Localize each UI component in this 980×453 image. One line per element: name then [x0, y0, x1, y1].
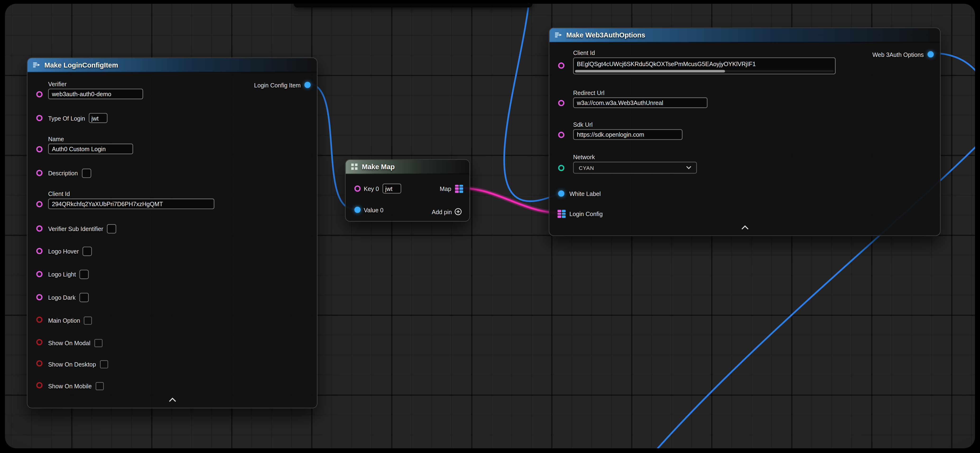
map-output-label: Map: [440, 185, 451, 192]
logo-dark-input[interactable]: [79, 293, 89, 302]
verifier-sub-identifier-input[interactable]: [107, 224, 116, 233]
pin-verifier[interactable]: [36, 91, 43, 97]
logo-light-input[interactable]: [80, 269, 89, 279]
show-on-mobile-checkbox[interactable]: [95, 382, 103, 390]
value-0-row: Value 0: [364, 205, 383, 215]
blueprint-graph-canvas[interactable]: Make LoginConfigItem Login Config Item V…: [5, 4, 975, 448]
pin-network[interactable]: [558, 165, 564, 171]
plus-circle-icon: [454, 208, 462, 215]
login-config-row: Login Config: [570, 209, 603, 219]
redirect-url-input[interactable]: [573, 97, 708, 108]
make-struct-icon: [554, 31, 562, 39]
value-0-label: Value 0: [364, 206, 383, 213]
sdk-url-input[interactable]: [573, 129, 682, 140]
main-option-label: Main Option: [48, 317, 80, 324]
name-group: Name: [48, 136, 133, 154]
network-group: Network CYAN: [573, 154, 697, 173]
scrollbar-thumb[interactable]: [575, 70, 725, 73]
node-make-web3authoptions[interactable]: Make Web3AuthOptions Web 3Auth Options C…: [549, 27, 941, 236]
pin-logo-hover[interactable]: [36, 248, 43, 254]
collapse-chevron-up-icon[interactable]: [169, 398, 176, 402]
collapse-chevron-up-icon[interactable]: [741, 225, 749, 230]
output-pin-label: Login Config Item: [254, 81, 301, 89]
pin-client-id[interactable]: [558, 63, 564, 69]
node-make-loginconfigitem[interactable]: Make LoginConfigItem Login Config Item V…: [27, 57, 317, 408]
make-map-icon: [350, 163, 358, 171]
network-dropdown[interactable]: CYAN: [573, 162, 697, 174]
description-input[interactable]: [81, 168, 91, 178]
logo-light-label: Logo Light: [48, 271, 76, 277]
logo-hover-input[interactable]: [83, 246, 92, 256]
pin-key-0[interactable]: [354, 185, 361, 192]
node-make-map[interactable]: Make Map Key 0 Map Value 0 Add pin: [345, 159, 470, 222]
name-label: Name: [48, 136, 64, 143]
pin-description[interactable]: [36, 170, 43, 176]
name-input[interactable]: [48, 144, 133, 154]
show-on-desktop-label: Show On Desktop: [48, 361, 96, 367]
show-on-modal-label: Show On Modal: [48, 339, 91, 346]
node-make-web3authoptions-header[interactable]: Make Web3AuthOptions: [549, 28, 940, 43]
client-id-field: [573, 57, 835, 74]
screenshot-root: Make LoginConfigItem Login Config Item V…: [0, 0, 980, 453]
pin-login-config-item-output[interactable]: [304, 82, 310, 88]
sdk-url-group: Sdk Url: [573, 121, 682, 140]
offscreen-node-bottom-edge[interactable]: [294, 4, 533, 8]
pin-verifier-sub-identifier[interactable]: [36, 225, 43, 231]
login-config-label: Login Config: [570, 210, 603, 217]
client-id-group: Client Id: [48, 190, 215, 209]
node-make-map-header[interactable]: Make Map: [345, 160, 469, 174]
pin-type-of-login[interactable]: [36, 115, 43, 121]
pin-white-label[interactable]: [558, 190, 564, 196]
show-on-mobile-label: Show On Mobile: [48, 382, 92, 389]
output-pin-label: Web 3Auth Options: [872, 51, 924, 58]
show-on-modal-checkbox[interactable]: [94, 339, 102, 347]
pin-redirect-url[interactable]: [558, 100, 564, 106]
main-option-checkbox[interactable]: [84, 316, 92, 324]
verifier-input[interactable]: [48, 89, 143, 99]
type-of-login-row: Type Of Login: [48, 113, 108, 123]
sdk-url-label: Sdk Url: [573, 121, 592, 128]
logo-light-row: Logo Light: [48, 269, 89, 279]
client-id-input[interactable]: [574, 59, 835, 70]
client-id-scrollbar[interactable]: [575, 70, 834, 73]
pin-show-on-desktop[interactable]: [36, 360, 43, 366]
stage: Make LoginConfigItem Login Config Item V…: [0, 0, 980, 453]
logo-hover-label: Logo Hover: [48, 247, 79, 255]
map-output-row: Map: [440, 184, 463, 193]
node-make-loginconfigitem-header[interactable]: Make LoginConfigItem: [27, 58, 317, 73]
main-option-row: Main Option: [48, 315, 92, 325]
redirect-url-label: Redirect Url: [573, 89, 604, 96]
client-id-label: Client Id: [48, 190, 70, 197]
pin-map-output[interactable]: [455, 185, 463, 193]
pin-show-on-mobile[interactable]: [36, 382, 43, 388]
pin-main-option[interactable]: [36, 317, 43, 323]
white-label-label: White Label: [570, 190, 601, 197]
add-pin-label: Add pin: [432, 208, 452, 215]
pin-logo-light[interactable]: [36, 271, 43, 277]
pin-show-on-modal[interactable]: [36, 339, 43, 345]
key-0-input[interactable]: [383, 184, 401, 193]
pin-name[interactable]: [36, 146, 43, 152]
white-label-row: White Label: [570, 188, 601, 198]
client-id-label: Client Id: [573, 49, 595, 56]
show-on-mobile-row: Show On Mobile: [48, 381, 103, 391]
verifier-group: Verifier: [48, 81, 143, 99]
add-pin-button[interactable]: Add pin: [432, 207, 462, 217]
pin-sdk-url[interactable]: [558, 132, 564, 138]
pin-client-id[interactable]: [36, 201, 43, 207]
show-on-desktop-checkbox[interactable]: [100, 360, 108, 368]
node-title: Make Web3AuthOptions: [566, 31, 645, 39]
logo-dark-label: Logo Dark: [48, 294, 76, 301]
client-id-input[interactable]: [48, 198, 215, 209]
verifier-sub-identifier-row: Verifier Sub Identifier: [48, 223, 116, 233]
logo-hover-row: Logo Hover: [48, 246, 92, 256]
pin-login-config[interactable]: [558, 210, 566, 218]
pin-value-0[interactable]: [354, 207, 361, 213]
type-of-login-input[interactable]: [89, 113, 108, 123]
show-on-desktop-row: Show On Desktop: [48, 359, 108, 369]
description-row: Description: [48, 168, 91, 178]
graph-world: Make LoginConfigItem Login Config Item V…: [5, 4, 975, 448]
pin-web3auth-options-output[interactable]: [928, 51, 934, 57]
pin-logo-dark[interactable]: [36, 294, 43, 300]
network-value: CYAN: [579, 165, 594, 171]
